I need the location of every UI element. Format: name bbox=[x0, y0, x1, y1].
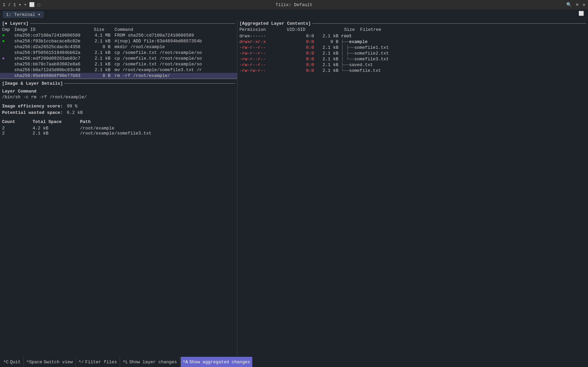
row-imageid: sha256:9f50561518484bb62a bbox=[12, 50, 92, 56]
layers-title: [● Layers] bbox=[2, 21, 28, 26]
table-row[interactable]: ● sha256:cd7100a72410606589 4.1 MB FROM … bbox=[0, 33, 237, 38]
table-row[interactable]: ● sha256:f03b1ccbacace8c82e 2.1 kB #(nop… bbox=[0, 38, 237, 44]
table-row[interactable]: sha256:05e8660b8f90e77b93 0 B rm -rf /ro… bbox=[0, 73, 237, 79]
file-name: somefile1.txt bbox=[354, 45, 389, 50]
agg-col-perm-header: Permission bbox=[239, 27, 287, 32]
file-row: -rw-r--r-- 0:0 2.1 kB ├── saved.txt bbox=[239, 62, 586, 68]
terminal-tab[interactable]: 1: Terminal ▾ bbox=[3, 11, 44, 18]
wt-header-space: Total Space bbox=[33, 119, 66, 124]
layers-header: [● Layers] bbox=[0, 20, 237, 27]
kb-item-4[interactable]: ^A Show aggregated changes bbox=[181, 357, 252, 367]
left-panel: [● Layers] Cmp Image ID Size Command ● s… bbox=[0, 20, 237, 357]
row-command: FROM sha256:cd7100a72410606589 bbox=[113, 33, 237, 38]
tab-counter[interactable]: 1 / 1 ▾ bbox=[3, 2, 21, 7]
right-panel: [Aggregated Layer Contents] Permission U… bbox=[237, 20, 588, 357]
file-row: drwxr-xr-x 0:0 0 B ├── example bbox=[239, 39, 586, 45]
menu-icon[interactable]: ≡ bbox=[576, 2, 579, 7]
file-tree-prefix: └── bbox=[341, 68, 349, 73]
row-size: 2.1 kB bbox=[92, 67, 113, 73]
col-header-imageid: Image ID bbox=[12, 27, 92, 33]
close-icon[interactable]: ✕ bbox=[583, 2, 585, 7]
file-size: 0 B bbox=[314, 39, 341, 44]
kb-item-0[interactable]: ^C Quit bbox=[1, 357, 23, 367]
kb-label-1: Switch view bbox=[44, 360, 73, 365]
efficiency-label: Image efficiency score: bbox=[2, 104, 63, 109]
row-cmp bbox=[0, 73, 12, 79]
file-size: 2.1 kB bbox=[314, 62, 341, 67]
file-perm: -rw-r--r-- bbox=[239, 62, 287, 67]
row-cmp: ● bbox=[0, 38, 12, 44]
wt-header-path: Path bbox=[80, 119, 235, 124]
row-size: 2.1 kB bbox=[92, 38, 113, 44]
file-perm: -rw-rw-r-- bbox=[239, 68, 287, 73]
row-cmp bbox=[0, 61, 12, 67]
details-section: [Image & Layer Details] Layer Command /b… bbox=[0, 79, 237, 357]
wt-space: 2.1 kB bbox=[33, 131, 66, 136]
agg-col-file-header: Filetree bbox=[355, 27, 586, 32]
search-icon[interactable]: 🔍 bbox=[566, 2, 572, 7]
row-imageid: sha256:cd7100a72410606589 bbox=[12, 33, 92, 38]
file-uid: 0:0 bbox=[287, 34, 314, 39]
agg-col-size-header: Size bbox=[328, 27, 355, 32]
wasted-label: Potential wasted space: bbox=[2, 110, 63, 115]
kb-key-2: ^/ bbox=[78, 360, 84, 365]
table-row[interactable]: sha256:9f50561518484bb62a 2.1 kB cp /som… bbox=[0, 50, 237, 56]
row-command: mkdir /root/example bbox=[113, 44, 237, 50]
wasted-section: Potential wasted space: 6.2 kB bbox=[2, 110, 235, 115]
file-size: 2.1 kB bbox=[314, 45, 341, 50]
file-uid: 0:0 bbox=[287, 45, 314, 50]
row-size: 2.1 kB bbox=[92, 50, 113, 56]
kb-key-4: ^A bbox=[183, 360, 188, 365]
wt-header-count: Count bbox=[2, 119, 19, 124]
col-header-size: Size bbox=[92, 27, 113, 33]
row-imageid: sha256:b0a712d3d00bc83c48 bbox=[12, 67, 92, 73]
table-row[interactable]: sha256:bb70c7aab83602e8a6 2.1 kB cp /som… bbox=[0, 61, 237, 67]
row-size: 4.1 MB bbox=[92, 33, 113, 38]
row-size: 0 B bbox=[92, 73, 113, 79]
wasted-row: 2 2.1 kB /root/example/somefile3.txt bbox=[2, 131, 235, 136]
kb-item-3[interactable]: ^L Show layer changes bbox=[121, 357, 179, 367]
row-cmp bbox=[0, 50, 12, 56]
layers-table-header: Cmp Image ID Size Command bbox=[0, 27, 237, 33]
kb-key-1: ^Space bbox=[26, 360, 42, 365]
agg-header: [Aggregated Layer Contents] bbox=[237, 20, 588, 27]
row-command: mv /root/example/somefile3.txt /r bbox=[113, 67, 237, 73]
file-perm: drwx------ bbox=[239, 34, 287, 39]
details-header: [Image & Layer Details] bbox=[2, 81, 235, 86]
file-tree-prefix: │ ├── bbox=[341, 45, 354, 50]
tab-bar: 1: Terminal ▾ ⬜ bbox=[0, 9, 588, 20]
row-size: 2.1 kB bbox=[92, 61, 113, 67]
agg-title: [Aggregated Layer Contents] bbox=[239, 21, 311, 26]
row-cmp: ● bbox=[0, 33, 12, 38]
title-bar-left: 1 / 1 ▾ + ⬜ ⬚ bbox=[3, 2, 40, 7]
kb-item-2[interactable]: ^/ Filter files bbox=[76, 357, 119, 367]
row-command: cp /somefile.txt /root/example/so bbox=[113, 56, 237, 61]
row-command: cp /somefile.txt /root/example/so bbox=[113, 50, 237, 56]
file-uid: 0:0 bbox=[287, 62, 314, 67]
kb-item-1[interactable]: ^Space Switch view bbox=[24, 357, 75, 367]
split-icon[interactable]: ⬜ bbox=[29, 2, 35, 7]
layer-command-value: /bin/sh -c rm -rf /root/example/ bbox=[2, 95, 235, 100]
file-perm: drwxr-xr-x bbox=[239, 39, 287, 44]
new-tab-icon[interactable]: + bbox=[24, 2, 27, 7]
file-name: somefile2.txt bbox=[354, 51, 389, 56]
table-row[interactable]: sha256:d2a26525cdac6c4358 0 B mkdir /roo… bbox=[0, 44, 237, 50]
table-row[interactable]: ● sha256:edf209d09263ab03c7 2.1 kB cp /s… bbox=[0, 56, 237, 61]
file-uid: 0:0 bbox=[287, 68, 314, 73]
file-perm: -rw-r--r-- bbox=[239, 45, 287, 50]
wasted-row: 2 4.2 kB /root/example bbox=[2, 126, 235, 131]
row-cmp bbox=[0, 67, 12, 73]
agg-table-header: Permission UID:GID Size Filetree bbox=[237, 27, 588, 33]
row-imageid: sha256:edf209d09263ab03c7 bbox=[12, 56, 92, 61]
file-size: 2.1 kB bbox=[314, 51, 341, 56]
wt-count: 2 bbox=[2, 131, 19, 136]
fullscreen-icon[interactable]: ⬚ bbox=[37, 2, 40, 7]
col-header-cmp: Cmp bbox=[0, 27, 12, 33]
row-imageid: sha256:d2a26525cdac6c4358 bbox=[12, 44, 92, 50]
details-title: [Image & Layer Details] bbox=[2, 81, 63, 86]
close-tab-icon[interactable]: ⬜ bbox=[579, 11, 584, 16]
kb-label-3: Show layer changes bbox=[129, 360, 177, 365]
table-row[interactable]: sha256:b0a712d3d00bc83c48 2.1 kB mv /roo… bbox=[0, 67, 237, 73]
layers-table-body: ● sha256:cd7100a72410606589 4.1 MB FROM … bbox=[0, 33, 237, 79]
file-tree-prefix: ├── bbox=[341, 62, 349, 67]
